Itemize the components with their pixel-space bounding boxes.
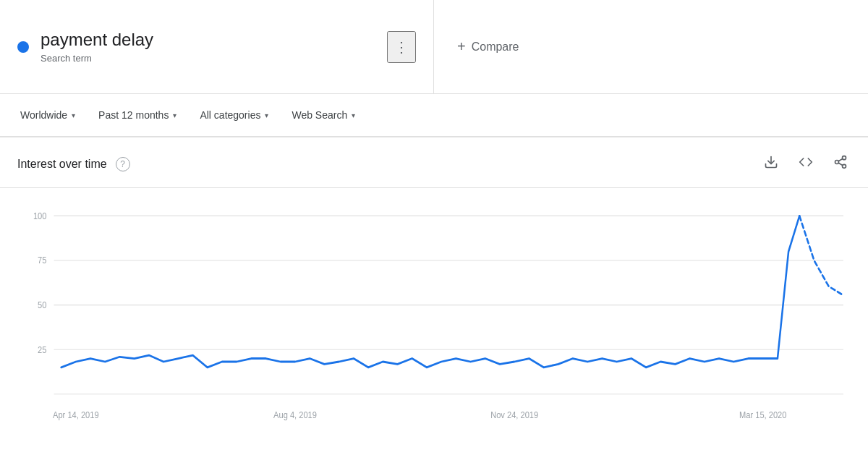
chart-line-solid bbox=[61, 216, 800, 367]
term-type: Search term bbox=[41, 53, 387, 64]
search-type-chevron-icon: ▾ bbox=[352, 111, 355, 119]
x-label-aug: Aug 4, 2019 bbox=[273, 410, 317, 420]
location-chevron-icon: ▾ bbox=[72, 111, 75, 119]
chart-container: 100 75 50 25 Apr 14, 2019 Aug 4, 2019 No… bbox=[0, 188, 868, 449]
x-label-apr: Apr 14, 2019 bbox=[53, 410, 99, 420]
categories-chevron-icon: ▾ bbox=[265, 111, 268, 119]
term-info: payment delay Search term bbox=[41, 30, 387, 64]
help-icon[interactable]: ? bbox=[116, 157, 130, 171]
embed-icon bbox=[799, 155, 813, 169]
filters-bar: Worldwide ▾ Past 12 months ▾ All categor… bbox=[0, 94, 868, 137]
x-label-nov: Nov 24, 2019 bbox=[490, 410, 538, 420]
x-label-mar: Mar 15, 2020 bbox=[739, 410, 787, 420]
compare-label: Compare bbox=[472, 41, 519, 54]
y-label-25: 25 bbox=[38, 344, 47, 354]
search-type-label: Web Search bbox=[292, 109, 347, 121]
time-chevron-icon: ▾ bbox=[173, 111, 176, 119]
share-button[interactable] bbox=[830, 152, 851, 176]
categories-label: All categories bbox=[200, 109, 260, 121]
more-options-button[interactable]: ⋮ bbox=[387, 31, 416, 63]
download-button[interactable] bbox=[761, 152, 781, 176]
chart-title: Interest over time bbox=[17, 158, 107, 171]
compare-section[interactable]: + Compare bbox=[434, 38, 542, 55]
term-dot bbox=[17, 41, 29, 53]
y-label-50: 50 bbox=[38, 300, 47, 310]
y-label-100: 100 bbox=[33, 211, 47, 221]
categories-filter[interactable]: All categories ▾ bbox=[191, 103, 277, 127]
download-icon bbox=[764, 155, 778, 169]
interest-chart: 100 75 50 25 Apr 14, 2019 Aug 4, 2019 No… bbox=[17, 200, 851, 443]
chart-line-dashed bbox=[799, 216, 843, 295]
location-label: Worldwide bbox=[20, 109, 67, 121]
chart-title-area: Interest over time ? bbox=[17, 157, 130, 171]
term-name: payment delay bbox=[41, 30, 387, 50]
time-filter[interactable]: Past 12 months ▾ bbox=[90, 103, 185, 127]
share-icon bbox=[833, 155, 848, 169]
y-label-75: 75 bbox=[38, 255, 47, 266]
search-type-filter[interactable]: Web Search ▾ bbox=[283, 103, 364, 127]
chart-header: Interest over time ? bbox=[0, 137, 868, 188]
compare-plus-icon: + bbox=[457, 38, 466, 55]
time-label: Past 12 months bbox=[98, 109, 169, 121]
chart-actions bbox=[761, 152, 851, 176]
svg-line-4 bbox=[838, 163, 843, 165]
chart-section: Interest over time ? bbox=[0, 137, 868, 449]
svg-line-5 bbox=[838, 158, 843, 161]
embed-button[interactable] bbox=[796, 152, 816, 176]
header: payment delay Search term ⋮ + Compare bbox=[0, 0, 868, 94]
location-filter[interactable]: Worldwide ▾ bbox=[12, 103, 84, 127]
search-term-section: payment delay Search term ⋮ bbox=[0, 0, 434, 93]
